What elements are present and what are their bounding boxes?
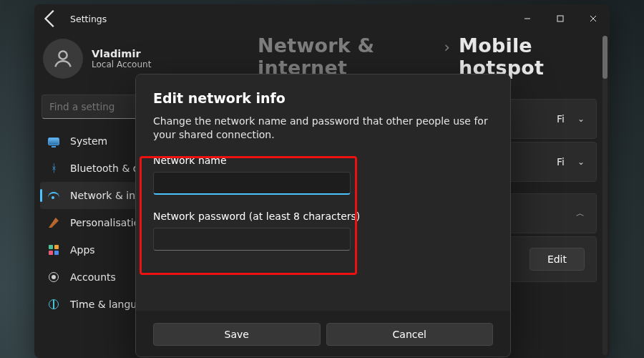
globe-icon — [47, 298, 60, 311]
sidebar-item-label: System — [70, 135, 107, 147]
scrollbar[interactable] — [602, 36, 608, 355]
titlebar: Settings — [34, 4, 610, 33]
apps-icon — [47, 243, 60, 256]
page-title: Mobile hotspot — [459, 34, 597, 79]
profile-subtitle: Local Account — [92, 59, 151, 69]
network-name-label: Network name — [153, 155, 493, 166]
card-value: Fi — [557, 113, 565, 125]
save-button[interactable]: Save — [153, 323, 321, 346]
breadcrumb-parent[interactable]: Network & internet — [258, 34, 436, 79]
cancel-button[interactable]: Cancel — [326, 323, 494, 346]
network-password-label: Network password (at least 8 characters) — [153, 211, 493, 222]
chevron-right-icon: › — [444, 39, 451, 56]
edit-button[interactable]: Edit — [530, 248, 585, 271]
svg-point-1 — [59, 51, 67, 59]
breadcrumb: Network & internet › Mobile hotspot — [258, 34, 597, 79]
bluetooth-icon: ᚼ — [47, 162, 60, 175]
monitor-icon — [47, 135, 60, 147]
maximize-button[interactable] — [544, 4, 577, 33]
wifi-icon — [47, 189, 60, 202]
back-button[interactable] — [40, 8, 62, 29]
sidebar-item-label: Apps — [70, 244, 95, 256]
scrollbar-thumb[interactable] — [602, 36, 608, 79]
network-password-input[interactable] — [153, 228, 351, 251]
window-title: Settings — [70, 14, 107, 24]
avatar — [43, 39, 83, 79]
dialog-title: Edit network info — [153, 90, 493, 106]
user-icon — [47, 271, 60, 284]
brush-icon — [47, 216, 60, 229]
svg-rect-0 — [557, 16, 563, 21]
chevron-down-icon: ⌄ — [577, 157, 585, 167]
sidebar-item-label: Accounts — [70, 271, 116, 283]
chevron-up-icon: ︿ — [576, 208, 585, 220]
chevron-down-icon: ⌄ — [577, 114, 585, 124]
minimize-button[interactable] — [511, 4, 544, 33]
profile-name: Vladimir — [92, 48, 151, 59]
card-value: Fi — [557, 156, 565, 168]
close-button[interactable] — [577, 4, 610, 33]
dialog-subtitle: Change the network name and password tha… — [153, 115, 493, 142]
network-name-input[interactable] — [153, 172, 351, 195]
edit-network-dialog: Edit network info Change the network nam… — [135, 74, 511, 357]
